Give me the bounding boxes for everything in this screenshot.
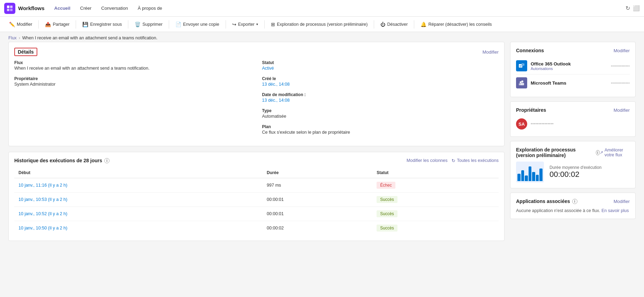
svg-rect-1	[10, 6, 13, 8]
cell-duree: 997 ms	[263, 178, 372, 193]
top-nav: Workflows Accueil Créer Conversation À p…	[0, 0, 644, 17]
owners-edit-link[interactable]: Modifier	[614, 108, 630, 113]
chart-bar	[525, 175, 528, 181]
table-row[interactable]: 10 janv., 10:52 (Il y a 2 h) 00:00:01 Su…	[14, 207, 499, 221]
cell-statut: Succès	[372, 193, 499, 207]
sep-8	[414, 20, 414, 29]
svg-rect-6	[522, 63, 524, 65]
supprimer-button[interactable]: 🗑️ Supprimer	[131, 20, 166, 29]
details-right: Statut Activé Créé le 13 déc., 14:08 Dat…	[262, 60, 499, 140]
pm-info-icon[interactable]: i	[596, 150, 600, 155]
col-duree: Durée	[263, 167, 372, 178]
envoyer-copie-button[interactable]: 📄 Envoyer une copie	[172, 20, 223, 29]
pm-improve-link[interactable]: ↗ Améliorer votre flux	[600, 148, 630, 157]
history-info-icon[interactable]: i	[104, 158, 109, 163]
chart-bar	[529, 166, 532, 181]
apps-info-icon[interactable]: i	[572, 199, 577, 204]
table-row[interactable]: 10 janv., 11:16 (Il y a 2 h) 997 ms Éche…	[14, 178, 499, 193]
modify-cols-link[interactable]: Modifier les colonnes	[407, 158, 447, 163]
sep-5	[226, 20, 226, 29]
svg-rect-0	[7, 6, 9, 8]
outlook-auth[interactable]: Autorisations	[531, 67, 607, 71]
details-card: Détails Modifier Flux When I receive an …	[8, 42, 505, 146]
share-icon: 📤	[45, 22, 51, 27]
owner-item: SA •••••••••••••••	[516, 117, 630, 131]
detail-proprietaire: Propriétaire System Administrator	[14, 76, 251, 87]
delete-icon: 🗑️	[135, 22, 141, 27]
enregistrer-button[interactable]: 💾 Enregistrer sous	[79, 20, 125, 29]
exec-table-head: Début Durée Statut	[14, 167, 499, 178]
table-row[interactable]: 10 janv., 10:53 (Il y a 2 h) 00:00:01 Su…	[14, 193, 499, 207]
cell-duree: 00:00:02	[263, 221, 372, 235]
connections-card: Connexions Modifier O	[510, 42, 636, 97]
partager-button[interactable]: 📤 Partager	[41, 20, 73, 29]
sep-3	[128, 20, 128, 29]
cell-duree: 00:00:01	[263, 193, 372, 207]
right-column: Connexions Modifier O	[510, 42, 636, 241]
exporter-button[interactable]: ↪ Exporter ▾	[229, 20, 262, 29]
cell-debut: 10 janv., 10:52 (Il y a 2 h)	[14, 207, 263, 221]
detail-plan: Plan Ce flux s'exécute selon le plan de …	[262, 124, 499, 135]
chart-bar	[539, 169, 543, 181]
detail-date-modif: Date de modification : 13 déc., 14:08	[262, 92, 499, 103]
col-debut: Début	[14, 167, 263, 178]
owners-header: Propriétaires Modifier	[516, 107, 630, 113]
owner-avatar: SA	[516, 118, 527, 130]
chart-bar	[536, 175, 539, 181]
col-statut: Statut	[372, 167, 499, 178]
nav-apropos[interactable]: À propos de	[134, 3, 166, 13]
nav-creer[interactable]: Créer	[76, 3, 96, 13]
details-title: Détails	[14, 48, 37, 56]
connections-edit-link[interactable]: Modifier	[614, 48, 630, 53]
cell-debut: 10 janv., 10:50 (Il y a 2 h)	[14, 221, 263, 235]
apps-edit-link[interactable]: Modifier	[614, 199, 630, 204]
teams-info: Microsoft Teams	[531, 80, 607, 86]
chart-bar	[517, 174, 521, 181]
cell-statut: Succès	[372, 221, 499, 235]
grid-icon: ⊞	[271, 22, 275, 27]
apps-header: Applications associées i Modifier	[516, 198, 630, 204]
breadcrumb-parent[interactable]: Flux	[8, 36, 17, 40]
detail-flux: Flux When I receive an email with an att…	[14, 60, 251, 71]
desactiver-button[interactable]: ⏻ Désactiver	[377, 20, 411, 29]
breadcrumb-separator: ›	[19, 36, 20, 40]
associated-apps-card: Applications associées i Modifier Aucune…	[510, 193, 636, 219]
teams-icon	[516, 77, 527, 88]
svg-rect-2	[7, 9, 9, 11]
connections-list: O Office 365 Outlook Autorisations •••••…	[516, 57, 630, 91]
cell-debut: 10 janv., 10:53 (Il y a 2 h)	[14, 193, 263, 207]
owners-title: Propriétaires	[516, 107, 546, 113]
apps-title: Applications associées i	[516, 198, 577, 204]
outlook-icon: O	[516, 60, 527, 71]
nav-accueil[interactable]: Accueil	[50, 3, 75, 13]
breadcrumb: Flux › When I receive an email with an a…	[0, 32, 644, 42]
process-mining-card: Exploration de processus (version prélim…	[510, 141, 636, 188]
learn-more-link[interactable]: En savoir plus	[601, 208, 629, 213]
table-row[interactable]: 10 janv., 10:50 (Il y a 2 h) 00:00:02 Su…	[14, 221, 499, 235]
cell-statut: Échec	[372, 178, 499, 193]
export-icon: ↪	[232, 22, 236, 27]
detail-cree-le: Créé le 13 déc., 14:08	[262, 76, 499, 87]
exploration-button[interactable]: ⊞ Exploration de processus (version prél…	[267, 20, 371, 29]
sep-7	[374, 20, 374, 29]
bell-icon: 🔔	[421, 22, 426, 27]
modifier-button[interactable]: ✏️ Modifier	[6, 20, 36, 29]
copy-icon: 📄	[175, 22, 181, 27]
chart-bar	[532, 172, 535, 181]
cell-duree: 00:00:01	[263, 207, 372, 221]
nav-conversation[interactable]: Conversation	[97, 3, 132, 13]
maximize-icon[interactable]: ⬜	[633, 5, 640, 11]
cell-statut: Succès	[372, 207, 499, 221]
svg-point-11	[520, 81, 522, 83]
connection-outlook: O Office 365 Outlook Autorisations •••••…	[516, 57, 630, 75]
sep-6	[264, 20, 265, 29]
all-exec-link[interactable]: ↻ Toutes les exécutions	[452, 158, 499, 163]
connections-header: Connexions Modifier	[516, 48, 630, 53]
details-edit-link[interactable]: Modifier	[483, 49, 499, 55]
external-link-icon: ↗	[600, 150, 603, 155]
outlook-info: Office 365 Outlook Autorisations	[531, 61, 607, 71]
reparer-button[interactable]: 🔔 Réparer (désactiver) les conseils	[417, 20, 495, 29]
nav-right: ↻ ⬜	[626, 5, 640, 11]
refresh-icon[interactable]: ↻	[626, 5, 630, 11]
svg-text:O: O	[520, 64, 522, 68]
